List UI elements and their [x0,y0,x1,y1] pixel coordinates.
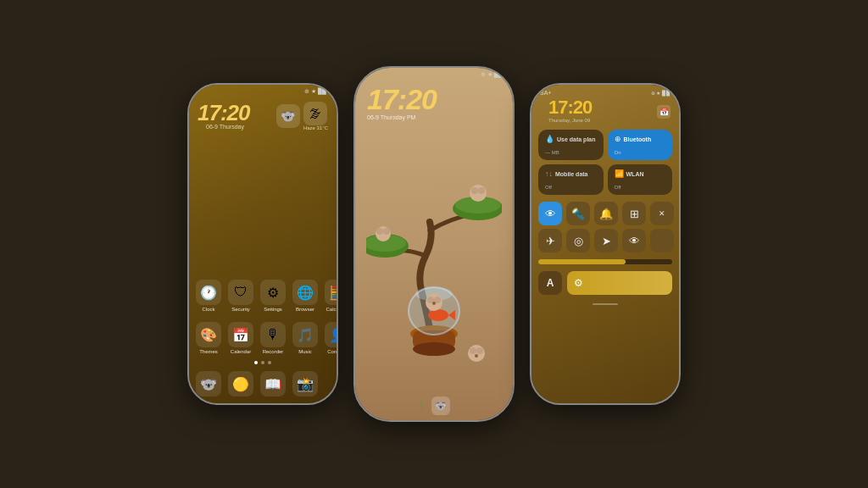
wallpaper-bottom: ↑ 🐨 [355,391,513,420]
settings-label: Settings [264,307,282,312]
wallpaper-date: 06-9 Thursday PM [367,114,501,120]
data-plan-tile[interactable]: 💧 Use data plan — MB [538,130,604,160]
security-icon: 🛡 [228,280,253,305]
data-drop-icon: 💧 [545,135,554,143]
cc-header-icons: 📅 [657,105,670,119]
phone-left: ⊕ ★ ▉▉ 17:20 06-9 Thursday 🐨 🌫 Haze 31°C… [187,83,338,405]
browser-icon: 🌐 [292,280,318,305]
dock-book[interactable]: 📖 [260,371,286,396]
cc-time: 17:20 [540,97,600,118]
calendar-badge: 📅 [657,105,670,119]
dock-camera[interactable]: 📸 [292,371,318,396]
bell-button[interactable]: 🔔 [594,202,618,225]
app-security[interactable]: 🛡 Security [228,280,253,312]
home-top: 17:20 06-9 Thursday 🐨 🌫 Haze 31°C [189,97,337,135]
brightness-track[interactable] [538,259,672,264]
clock-label: Clock [202,307,214,312]
bluetooth-tile[interactable]: ⊕ Bluetooth On [608,130,673,160]
koala-icon: 🐨 [276,104,300,128]
app-browser[interactable]: 🌐 Browser [292,280,318,312]
dock-koala-icon: 🐨 [196,371,221,396]
status-icons-right: ⊕ ★ ▉▉ [651,90,670,96]
wlan-label: WLAN [626,171,644,177]
svg-point-19 [376,228,383,235]
mobile-data-sub: Off [545,185,597,190]
svg-point-22 [470,347,476,354]
location-button[interactable]: ◎ [566,229,590,252]
svg-point-16 [471,187,478,194]
home-time: 17:20 [198,102,253,124]
contacts-label: Contacts [327,349,338,354]
wlan-tile[interactable]: 📶 WLAN Off [608,164,673,195]
svg-point-6 [413,342,455,356]
status-bar-left: ⊕ ★ ▉▉ [189,85,337,97]
brightness-fill [538,259,626,264]
svg-point-20 [383,228,390,235]
themes-label: Themes [199,349,218,354]
app-contacts[interactable]: 👤 Contacts [325,322,338,354]
app-calculator[interactable]: 🧮 Calculator [325,280,338,312]
eye-button[interactable]: 👁 [622,229,646,252]
status-bar-center: ⊕ ★ ▉▉ [355,68,513,80]
wlan-sub: Off [615,185,666,190]
app-recorder[interactable]: 🎙 Recorder [260,322,286,354]
dock-camera-icon: 📸 [292,371,318,396]
dot-3 [268,361,271,364]
weather-label: Haze 31°C [303,125,328,130]
svg-point-17 [478,187,485,194]
settings-icon: ⚙ [260,280,286,305]
dock-koala[interactable]: 🐨 [196,371,221,396]
data-plan-sub: — MB [545,150,597,155]
cc-bottom-row: A ⚙ [531,268,679,300]
data-plan-label: Use data plan [557,136,596,142]
cc-tiles: 💧 Use data plan — MB ⊕ Bluetooth On ↑↓ M… [531,126,679,198]
cc-time-row: 17:20 Thursday, June 09 📅 [531,97,679,126]
svg-point-15 [470,185,487,202]
page-dots [189,358,337,368]
status-icons-left: ⊕ ★ ▉▉ [304,88,326,95]
airplane-button[interactable]: ✈ [538,229,562,252]
phone-right: SA+ ⊕ ★ ▉▉ 17:20 Thursday, June 09 📅 💧 U… [530,83,681,405]
dock: 🐨 🟡 📖 📸 [189,368,337,403]
calculator-icon: 🧮 [325,280,338,305]
cast-button[interactable]: ⊞ [622,202,646,225]
dot-2 [261,361,264,364]
bottom-app-icon[interactable]: 🐨 [431,396,450,415]
gear-icon: ⚙ [574,277,583,289]
app-settings[interactable]: ⚙ Settings [260,280,286,312]
auto-button[interactable]: A [538,271,562,295]
mobile-data-tile[interactable]: ↑↓ Mobile data Off [538,164,604,195]
weather-icon: 🌫 [303,102,327,125]
calendar-icon: 📅 [228,322,253,347]
brightness-slider[interactable]: ⚙ [567,271,672,295]
music-label: Music [298,349,312,354]
extra-btn-2[interactable] [650,229,674,252]
svg-point-23 [476,347,483,354]
flashlight-button[interactable]: 🔦 [566,202,590,225]
extra-btn-1[interactable]: ✕ [650,202,674,225]
cc-header: SA+ ⊕ ★ ▉▉ [531,85,679,97]
app-calendar[interactable]: 📅 Calendar [228,322,253,354]
app-clock[interactable]: 🕐 Clock [196,280,221,312]
bluetooth-sub: On [615,150,666,155]
app-music[interactable]: 🎵 Music [292,322,318,354]
contacts-icon: 👤 [325,322,338,347]
bluetooth-icon: ⊕ [615,135,621,143]
dock-robot-icon: 🟡 [228,371,253,396]
torch-button[interactable]: 👁 [538,202,562,225]
app-grid-row1: 🕐 Clock 🛡 Security ⚙ Settings 🌐 Browser … [189,273,337,315]
clock-icon: 🕐 [196,280,221,305]
phone-center-screen: ⊕ ★ ▉▉ 17:20 06-9 Thursday PM [355,68,513,420]
app-themes[interactable]: 🎨 Themes [196,322,221,354]
recorder-label: Recorder [263,349,284,354]
security-label: Security [231,307,250,312]
navigation-button[interactable]: ➤ [594,229,618,252]
mobile-data-label: Mobile data [555,171,588,177]
app-grid-row2: 🎨 Themes 📅 Calendar 🎙 Recorder 🎵 Music 👤… [189,315,337,358]
bottom-divider [593,303,618,305]
dock-robot[interactable]: 🟡 [228,371,253,396]
themes-icon: 🎨 [196,322,221,347]
bluetooth-label: Bluetooth [624,136,652,142]
wallpaper-header: 17:20 06-9 Thursday PM [355,80,513,120]
cc-date: Thursday, June 09 [540,118,600,126]
